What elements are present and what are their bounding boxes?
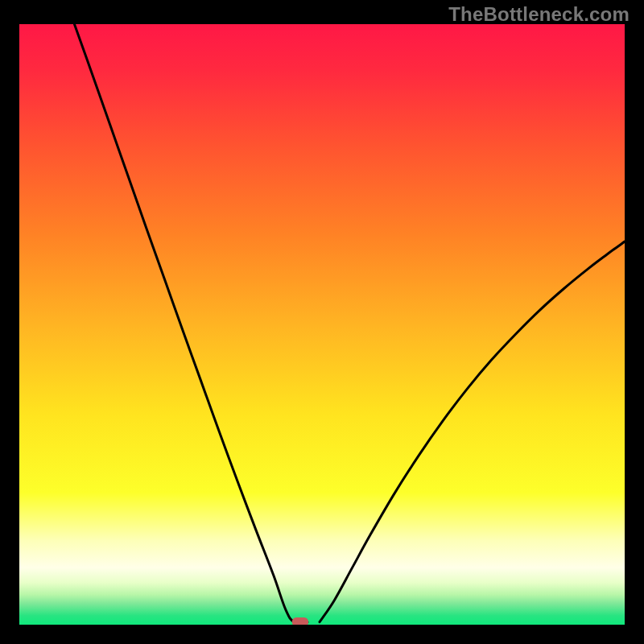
min-marker — [292, 617, 308, 625]
watermark-text: TheBottleneck.com — [448, 3, 630, 26]
chart-frame: TheBottleneck.com — [0, 0, 644, 644]
gradient-background — [19, 24, 625, 625]
plot-area — [19, 24, 625, 625]
chart-svg — [19, 24, 625, 625]
